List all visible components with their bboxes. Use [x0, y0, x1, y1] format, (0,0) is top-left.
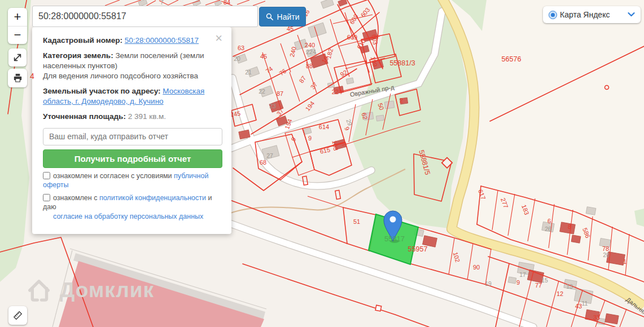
watermark-house-icon — [24, 275, 54, 306]
area-row: Уточненная площадь: 2 391 кв.м. — [43, 112, 222, 122]
parcel-info-panel: × Кадастровый номер: 50:28:0000000:55817… — [32, 27, 231, 234]
measure-button[interactable] — [8, 306, 27, 325]
area-label: Уточненная площадь: — [43, 112, 126, 121]
privacy-policy-link[interactable]: политикой конфиденциальности — [99, 194, 206, 202]
cadastral-number-link[interactable]: 50:28:0000000:55817 — [125, 36, 199, 45]
find-button-label: Найти — [277, 12, 300, 21]
zoom-out-button[interactable]: − — [8, 26, 27, 45]
report-button[interactable]: Получить подробный отчет — [43, 149, 222, 168]
building — [542, 222, 554, 232]
area-value: 2 391 кв.м. — [128, 112, 166, 121]
layer-label: Карта Яндекс — [560, 10, 610, 19]
ruler-icon — [12, 310, 23, 321]
agree-offer-text: ознакомлен и согласен с условиями — [53, 172, 172, 180]
map-canvas[interactable]: 8476166345632045217476240240224881821960… — [0, 0, 644, 327]
panel-links: Детали отчета и юридическая информация Р… — [43, 232, 222, 234]
category-row: Категория земель: Земли поселений (земли… — [43, 51, 222, 71]
address-row: Земельный участок по адресу: Московская … — [43, 86, 222, 107]
fullscreen-button[interactable] — [8, 48, 27, 67]
building — [400, 98, 408, 104]
building — [571, 235, 581, 243]
building — [508, 277, 516, 284]
personal-data-link[interactable]: согласие на обработку персональных данны… — [53, 213, 203, 220]
watermark: Домклик — [24, 275, 154, 306]
building — [564, 279, 577, 289]
search-icon — [266, 13, 274, 21]
chevron-down-icon[interactable] — [628, 12, 635, 17]
cadastral-label: Кадастровый номер: — [43, 36, 122, 45]
cadastral-row: Кадастровый номер: 50:28:0000000:55817 — [43, 36, 222, 46]
address-label: Земельный участок по адресу: — [43, 87, 161, 95]
find-button[interactable]: Найти — [259, 7, 306, 26]
agree-privacy-text1: ознакомлен с — [53, 194, 97, 202]
building — [605, 313, 619, 324]
print-icon — [12, 73, 23, 83]
expand-icon — [12, 52, 23, 63]
usage-text: Для ведения личного подсобного хозяйства — [43, 71, 222, 81]
building — [586, 207, 596, 215]
category-label: Категория земель: — [43, 51, 113, 60]
building — [346, 78, 354, 84]
zoom-controls: + − — [8, 8, 27, 44]
email-input[interactable] — [43, 128, 222, 145]
close-icon[interactable]: × — [212, 32, 226, 45]
print-count-badge: 4 — [30, 72, 34, 81]
search-input[interactable] — [32, 6, 258, 27]
agree-offer-row: ознакомлен и согласен с условиями публич… — [43, 171, 222, 190]
agree-offer-checkbox[interactable] — [43, 172, 50, 179]
building — [334, 86, 344, 94]
radio-icon[interactable] — [549, 11, 557, 19]
layer-switcher[interactable]: Карта Яндекс — [543, 6, 641, 23]
agree-privacy-row: ознакомлен с политикой конфиденциальност… — [43, 193, 222, 222]
building — [384, 101, 395, 109]
agree-privacy-checkbox[interactable] — [43, 194, 50, 201]
print-button[interactable] — [8, 69, 27, 87]
building — [599, 238, 611, 248]
zoom-in-button[interactable]: + — [8, 8, 27, 26]
building — [376, 115, 384, 121]
watermark-text: Домклик — [60, 279, 154, 302]
selected-parcel-label: 55817 — [384, 235, 405, 243]
